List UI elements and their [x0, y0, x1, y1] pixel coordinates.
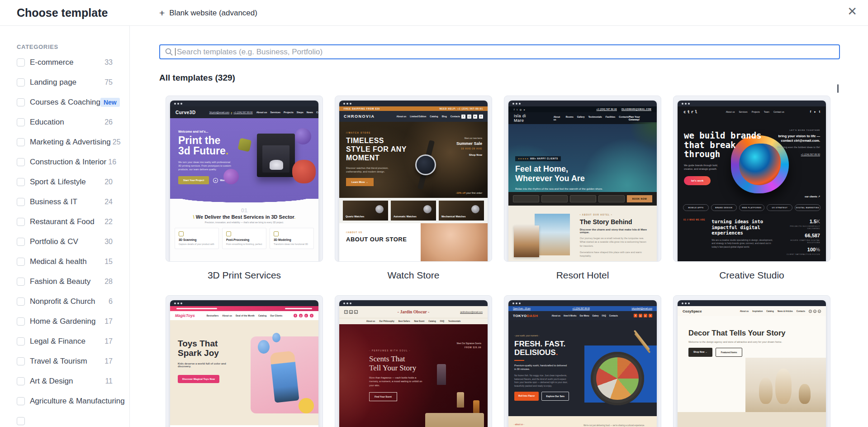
- service-badge: MOBILE APPS: [683, 204, 709, 211]
- checkbox[interactable]: [17, 158, 25, 166]
- category-filter[interactable]: Nonprofit & Church 6: [0, 292, 129, 312]
- category-filter[interactable]: Business & IT 24: [0, 192, 129, 212]
- category-filter[interactable]: Sport & Lifestyle 20: [0, 172, 129, 192]
- mini-headline: Feel at Home,Wherever You Are: [515, 164, 657, 183]
- mini-social-icons: f◎▸t: [294, 314, 313, 317]
- checkbox[interactable]: [17, 397, 25, 405]
- checkbox[interactable]: [17, 278, 25, 286]
- mini-cta-button: Learn More →: [346, 178, 374, 186]
- template-card-3d-print-services[interactable]: Curve3D 3d.print@email.com●+1 (234) 567 …: [166, 96, 323, 295]
- checkbox[interactable]: [17, 198, 25, 206]
- search-input[interactable]: [159, 44, 840, 59]
- template-card-creative-studio[interactable]: ctrl About usServicesProjectsTeamContact…: [673, 96, 830, 295]
- instagram-icon: ◎: [299, 314, 303, 317]
- instagram-icon: ◎: [639, 314, 642, 317]
- category-filter[interactable]: Travel & Tourism 17: [0, 351, 129, 371]
- category-filter[interactable]: Home & Gardening 17: [0, 312, 129, 331]
- category-filter[interactable]: Restaurant & Food 22: [0, 212, 129, 232]
- browser-mockup: Curve3D 3d.print@email.com●+1 (234) 567 …: [170, 101, 318, 261]
- mini-nav-cta: Plan Your Getaway!: [629, 115, 651, 121]
- text-caret: [175, 48, 175, 56]
- checkbox[interactable]: [17, 337, 25, 345]
- category-filter-partial[interactable]: [0, 411, 129, 427]
- category-filter[interactable]: Landing page 75: [0, 72, 129, 92]
- category-filter[interactable]: Courses & Coaching New 8: [0, 92, 129, 112]
- category-filter[interactable]: Art & Design 11: [0, 371, 129, 391]
- who-text-block: turning ideas into impactful digital exp…: [711, 219, 775, 259]
- template-card-magictoys[interactable]: MagicToys BestsellersAbout usDeal of the…: [166, 295, 323, 427]
- new-badge: New: [100, 98, 120, 107]
- checkbox[interactable]: [17, 118, 25, 126]
- category-filter[interactable]: Marketing & Advertising 25: [0, 132, 129, 152]
- checkbox[interactable]: [17, 238, 25, 246]
- template-card-resort-hotel[interactable]: ft◎▸ +1 (234) 567 89 90 ISLADIMARE@EMAIL…: [504, 96, 661, 295]
- template-card-watch-store[interactable]: FREE SHIPPING FROM $30 NEED HELP: +1 (23…: [335, 96, 492, 295]
- feature-title: 3D Scanning: [179, 238, 215, 241]
- youtube-icon: ▸: [818, 310, 821, 313]
- category-filter[interactable]: Portfolio & CV 30: [0, 232, 129, 252]
- close-icon[interactable]: ✕: [847, 5, 857, 17]
- template-card-jardin-obscur[interactable]: f◎▸ - Jardin Obscur - jardinobscur@email…: [335, 295, 492, 427]
- checkbox[interactable]: [17, 357, 25, 365]
- category-label: Business & IT: [30, 197, 77, 206]
- category-filter[interactable]: Education 26: [0, 112, 129, 132]
- category-label: Agriculture & Manufacturing: [30, 397, 125, 406]
- mini-nav-link: Contact us: [773, 110, 784, 113]
- checkbox[interactable]: [17, 297, 25, 306]
- checkbox[interactable]: [17, 98, 25, 106]
- contact-block: LET'S WORK TOGETHER bring your vision to…: [770, 129, 820, 156]
- red-coral-decor: [292, 160, 316, 183]
- promo-dates: 10 AUG-20 AUG: [456, 148, 482, 150]
- watch-category-tile: Mechanical Watches: [439, 201, 484, 221]
- mini-nav-link: Testimonials: [448, 320, 460, 322]
- stat-suffix: %: [816, 247, 820, 252]
- category-count: 28: [103, 278, 113, 286]
- checkbox[interactable]: [17, 78, 25, 86]
- category-filter[interactable]: Legal & Finance 17: [0, 331, 129, 351]
- watch-category-label: Mechanical Watches: [441, 215, 466, 218]
- site-thumbnail: ft◎▸ +1 (234) 567 89 90 ISLADIMARE@EMAIL…: [508, 106, 657, 261]
- mini-paragraph: We turn your ideas into reality with pro…: [178, 160, 232, 172]
- blank-website-button[interactable]: + Blank website (advanced): [159, 0, 257, 26]
- checkbox[interactable]: [17, 417, 25, 425]
- mini-topbar: ft◎▸ +1 (234) 567 89 90 ISLADIMARE@EMAIL…: [508, 106, 657, 112]
- category-filter[interactable]: Construction & Interior 16: [0, 152, 129, 172]
- category-count: 9: [125, 397, 130, 405]
- mini-nav-link: Projects: [752, 110, 760, 113]
- topbar-contacts: +1 (234) 567 89 90 ISLADIMARE@EMAIL.COM: [597, 108, 652, 110]
- vase-decor: [775, 369, 792, 404]
- about-eyebrow: //ABOUT US: [346, 231, 421, 234]
- stats-column: 1.5K PROJECTS SUCCESSFULLY DELIVERED 66,…: [779, 219, 820, 259]
- palm-decor: [629, 122, 657, 154]
- mini-cta-button: Start Your Project: [178, 176, 209, 184]
- mini-topbar: [170, 306, 318, 311]
- twitter-icon: t: [517, 108, 517, 111]
- site-thumbnail: ctrl About usServicesProjectsTeamContact…: [678, 106, 826, 261]
- promo-price: FROM $26.99: [457, 346, 481, 349]
- watch-category-tile: Quartz Watches: [343, 201, 388, 221]
- category-filter[interactable]: Medical & health 15: [0, 252, 129, 272]
- checkbox[interactable]: [17, 317, 25, 326]
- search-bar: [159, 44, 840, 59]
- scrollbar-thumb[interactable]: [837, 84, 839, 93]
- checkbox[interactable]: [17, 258, 25, 266]
- watch-category-label: Automatic Watches: [394, 215, 417, 218]
- checkbox[interactable]: [17, 58, 25, 67]
- checkbox[interactable]: [17, 178, 25, 186]
- category-label: Restaurant & Food: [30, 217, 95, 226]
- mini-nav-link: How It Works: [564, 315, 576, 317]
- template-card-tokyodash[interactable]: Open 8 am - 10 pm +1 (234) 567 89 00 tok…: [504, 295, 661, 427]
- checkbox[interactable]: [17, 138, 25, 146]
- template-preview: Curve3D 3d.print@email.com●+1 (234) 567 …: [166, 96, 323, 262]
- promo-title: Summer Sale: [456, 141, 482, 146]
- template-card-cozyspace[interactable]: CozySpace About usInspirationCatalogNews…: [673, 295, 830, 427]
- service-badge: WEB PLATFORMS: [739, 204, 765, 211]
- category-filter[interactable]: E-commerce 33: [0, 53, 129, 72]
- checkbox[interactable]: [17, 377, 25, 385]
- category-filter[interactable]: Agriculture & Manufacturing 9: [0, 391, 129, 411]
- checkbox[interactable]: [17, 218, 25, 226]
- feature-text: Capture details of your product with: [179, 243, 215, 245]
- category-filter[interactable]: Fashion & Beauty 28: [0, 272, 129, 292]
- category-count: 15: [103, 258, 113, 266]
- discount-accent: -10% off: [456, 192, 465, 194]
